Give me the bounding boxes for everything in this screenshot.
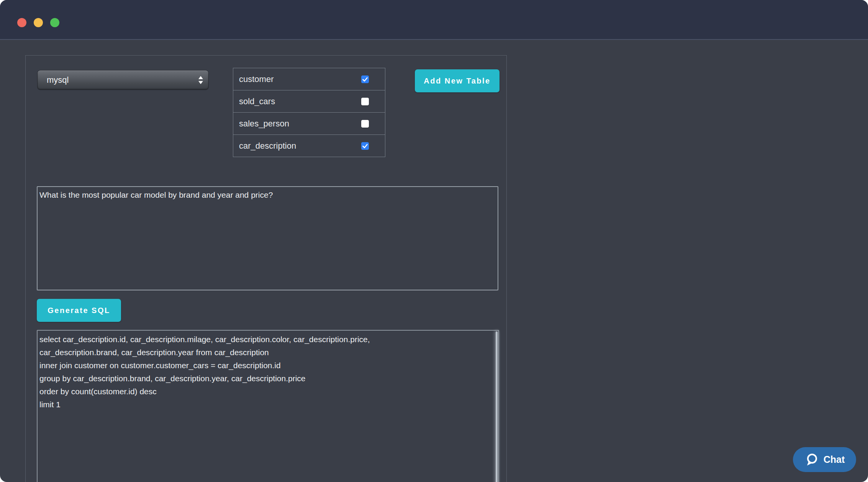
- generate-sql-button[interactable]: Generate SQL: [37, 299, 121, 322]
- table-checkbox[interactable]: [361, 120, 369, 128]
- database-select-value: mysql: [38, 75, 69, 85]
- chat-button-label: Chat: [824, 454, 845, 465]
- chat-button[interactable]: Chat: [793, 447, 856, 472]
- close-window-button[interactable]: [17, 18, 26, 27]
- table-row: sales_person: [233, 113, 385, 135]
- table-row: car_description: [233, 135, 385, 157]
- table-checkbox[interactable]: [361, 75, 369, 83]
- minimize-window-button[interactable]: [34, 18, 43, 27]
- table-checkbox[interactable]: [361, 98, 369, 105]
- database-select[interactable]: mysql: [37, 70, 209, 90]
- add-new-table-button[interactable]: Add New Table: [415, 69, 500, 92]
- question-input[interactable]: What is the most popular car model by br…: [37, 186, 498, 290]
- sql-output-container: select car_description.id, car_descripti…: [37, 330, 499, 482]
- zoom-window-button[interactable]: [50, 18, 59, 27]
- table-name-label: car_description: [233, 141, 296, 151]
- table-checkbox[interactable]: [361, 142, 369, 150]
- page-background: mysql customersold_carssales_personcar_d…: [0, 0, 868, 482]
- sql-output-scrollbar[interactable]: [496, 331, 498, 482]
- table-name-label: sales_person: [233, 119, 289, 129]
- table-row: customer: [233, 68, 385, 90]
- tables-list: customersold_carssales_personcar_descrip…: [233, 68, 385, 157]
- window-titlebar[interactable]: [0, 0, 868, 40]
- chat-bubble-icon: [804, 452, 819, 467]
- select-arrows-icon: [198, 76, 203, 84]
- table-name-label: sold_cars: [233, 97, 275, 107]
- main-panel: mysql customersold_carssales_personcar_d…: [25, 55, 507, 482]
- app-window: mysql customersold_carssales_personcar_d…: [0, 0, 868, 482]
- table-row: sold_cars: [233, 90, 385, 113]
- table-name-label: customer: [233, 74, 274, 84]
- sql-output[interactable]: select car_description.id, car_descripti…: [37, 330, 499, 482]
